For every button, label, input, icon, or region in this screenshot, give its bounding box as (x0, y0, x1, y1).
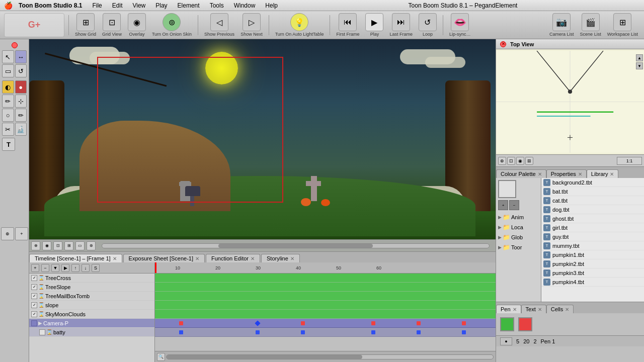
play-button[interactable]: ▶ Play (363, 12, 385, 38)
lib-item-11[interactable]: T pumpkin4.tbt (541, 278, 644, 287)
lib-item-0[interactable]: T background2.tbt (541, 178, 644, 187)
frame-zoom-in[interactable]: 🔍 (157, 353, 165, 361)
lib-item-2[interactable]: T cat.tbt (541, 196, 644, 205)
camera-list-button[interactable]: 📷 Camera List (547, 12, 576, 38)
timeline-tab[interactable]: Timeline [Scene-1] – [Frame 1] ✕ (29, 254, 122, 262)
select-tool[interactable]: ↖ (2, 50, 14, 63)
cells-tab-close[interactable]: ✕ (565, 307, 569, 312)
properties-tab-close[interactable]: ✕ (578, 171, 582, 177)
scene-scrollbar-h[interactable] (102, 243, 490, 248)
cut-tool[interactable]: ✂ (2, 123, 14, 136)
zoom-in[interactable]: + (15, 227, 28, 240)
track-skymoonclouds[interactable]: ✓ ⌛ SkyMoonClouds (29, 310, 154, 319)
lib-item-10[interactable]: T pumpkin3.tbt (541, 268, 644, 278)
track-add-btn[interactable]: + (31, 264, 39, 272)
overlay-button[interactable]: ◉ Overlay (126, 12, 148, 38)
timeline-frames[interactable]: 10 20 30 40 50 60 (155, 262, 496, 362)
pen-tab-close[interactable]: ✕ (513, 307, 517, 312)
track-check-skymoonclouds[interactable]: ✓ (31, 311, 37, 317)
lib-item-5[interactable]: T girl.tbt (541, 223, 644, 232)
loop-button[interactable]: ↺ Loop (417, 12, 439, 38)
lib-tree-anim[interactable]: ▶ 📁 Anim (496, 212, 541, 222)
scene-tool-1[interactable]: ⊕ (31, 241, 40, 250)
color-fg-swatch[interactable] (498, 180, 516, 198)
timeline-tab-close[interactable]: ✕ (113, 256, 117, 261)
last-frame-button[interactable]: ⏭ Last Frame (387, 12, 415, 38)
scene-tool-4[interactable]: ⊞ (64, 241, 73, 250)
track-slope[interactable]: ✓ ⌛ slope (29, 301, 154, 310)
track-check-treeslope[interactable]: ✓ (31, 284, 37, 290)
color-del-btn[interactable]: − (509, 200, 519, 210)
auto-lighttable-button[interactable]: 💡 Turn On Auto LightTable (273, 12, 326, 38)
exposure-tab-close[interactable]: ✕ (195, 256, 199, 261)
topview-scroll-down[interactable]: ▼ (636, 62, 643, 69)
panel-close-icon[interactable] (12, 42, 18, 48)
apple-menu[interactable]: 🍎 (4, 2, 13, 10)
grid-view-button[interactable]: ⊡ Grid View (100, 12, 124, 38)
play-menu[interactable]: Play (153, 1, 169, 10)
scene-tool-3[interactable]: ⊡ (53, 241, 62, 250)
color-picker-tool[interactable]: ◐ (2, 80, 14, 94)
scene-tool-2[interactable]: ◉ (42, 241, 51, 250)
track-check-treecross[interactable]: ✓ (31, 275, 37, 281)
text-tab-close[interactable]: ✕ (538, 307, 542, 312)
storyline-tab[interactable]: Storyline ✕ (261, 254, 300, 262)
rotate-tool[interactable]: ↺ (15, 64, 27, 77)
function-tab-close[interactable]: ✕ (251, 256, 255, 261)
pen-color-del[interactable] (518, 317, 532, 331)
track-expand-btn[interactable]: ▼ (51, 264, 59, 272)
tb2-btn4[interactable]: ⊞ (525, 157, 533, 165)
track-check-treemailboxtomb[interactable]: ✓ (31, 293, 37, 299)
lib-item-1[interactable]: T bat.tbt (541, 187, 644, 196)
element-menu[interactable]: Element (176, 1, 202, 10)
track-del-btn[interactable]: − (41, 264, 49, 272)
track-move-up-btn[interactable]: ↑ (71, 264, 79, 272)
scene-list-button[interactable]: 🎬 Scene List (578, 12, 603, 38)
properties-tab[interactable]: Properties ✕ (546, 169, 587, 178)
show-next-button[interactable]: ▷ Show Next (238, 12, 265, 38)
edit-menu[interactable]: Edit (110, 1, 125, 10)
lib-item-8[interactable]: T pumpkin1.tbt (541, 250, 644, 259)
select2-tool[interactable]: ⊹ (15, 95, 27, 108)
workspace-list-button[interactable]: ⊞ Workspace List (605, 12, 640, 38)
track-check-camera[interactable] (31, 320, 37, 326)
scene-zoom[interactable]: ⊛ (87, 241, 96, 250)
window-menu[interactable]: Window (232, 1, 258, 10)
storyline-tab-close[interactable]: ✕ (290, 256, 294, 261)
ellipse-tool[interactable]: ○ (2, 109, 14, 122)
library-tab[interactable]: Library ✕ (587, 169, 619, 178)
crop-tool[interactable]: ▭ (2, 64, 14, 77)
brush-tool[interactable]: ✏ (2, 95, 14, 108)
scene-view[interactable]: ⊕ ◉ ⊡ ⊞ ▭ ⊛ (29, 39, 496, 251)
file-menu[interactable]: File (90, 1, 104, 10)
tb2-btn1[interactable]: ⊕ (498, 157, 506, 165)
tb2-btn2[interactable]: ⊡ (507, 157, 515, 165)
text-tab[interactable]: Text ✕ (521, 305, 546, 313)
eyedrop-tool[interactable]: 🔬 (15, 123, 27, 136)
lib-item-9[interactable]: T pumpkin2.tbt (541, 259, 644, 268)
show-prev-button[interactable]: ◁ Show Previous (202, 12, 236, 38)
track-camera[interactable]: ▶ Camera-P (29, 319, 154, 328)
colour-palette-tab[interactable]: Colour Palette ✕ (496, 169, 546, 178)
lib-tree-glob[interactable]: ▶ 📁 Glob (496, 232, 541, 242)
view-menu[interactable]: View (130, 1, 147, 10)
track-check-batty[interactable] (39, 329, 45, 335)
app-name-menu[interactable]: Toon Boom Studio 8.1 (19, 2, 82, 9)
text-tool[interactable]: T (2, 138, 15, 151)
cells-tab[interactable]: Cells ✕ (546, 305, 574, 313)
scene-tool-5[interactable]: ▭ (75, 241, 85, 250)
lib-tree-loca[interactable]: ▶ 📁 Loca (496, 222, 541, 232)
track-solo-btn[interactable]: S (92, 264, 100, 272)
color-add-btn[interactable]: + (498, 200, 508, 210)
transform-tool[interactable]: ↔ (15, 50, 27, 63)
colour-tab-close[interactable]: ✕ (538, 171, 542, 177)
help-menu[interactable]: Help (263, 1, 280, 10)
library-tab-close[interactable]: ✕ (610, 171, 614, 177)
lib-tree-toor[interactable]: ▶ 📁 Toor (496, 242, 541, 252)
track-treecross[interactable]: ✓ ⌛ TreeCross (29, 274, 154, 283)
lib-item-4[interactable]: T ghost.tbt (541, 214, 644, 223)
show-grid-button[interactable]: ⊞ Show Grid (73, 12, 98, 38)
track-collapse-btn[interactable]: ▶ (61, 264, 69, 272)
timeline-scrollbar-h[interactable] (166, 354, 494, 359)
top-view-close[interactable]: ✕ (500, 41, 506, 47)
